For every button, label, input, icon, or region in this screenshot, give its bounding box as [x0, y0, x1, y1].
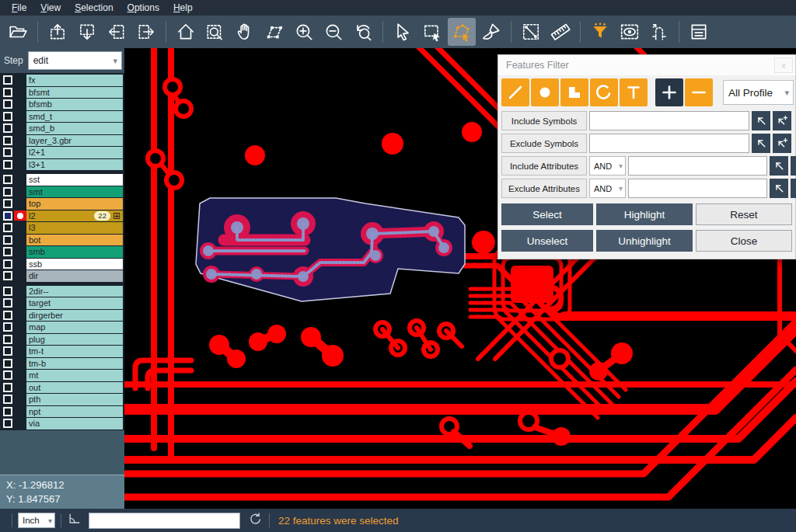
- open-file-button[interactable]: [4, 18, 32, 46]
- import-up-button[interactable]: [44, 18, 72, 46]
- close-button[interactable]: Close: [696, 230, 792, 252]
- layer-name-bar[interactable]: top: [26, 198, 123, 210]
- layer-visibility-checkbox[interactable]: [3, 383, 12, 392]
- exclude-symbols-button[interactable]: Exclude Symbols: [501, 134, 587, 153]
- include-symbols-input[interactable]: [589, 111, 749, 130]
- exclude-attributes-input[interactable]: [628, 179, 767, 198]
- layer-name-bar[interactable]: bfsmb: [26, 99, 123, 110]
- and-or-select[interactable]: AND▾: [589, 156, 626, 176]
- layer-name-bar[interactable]: npt: [26, 406, 123, 418]
- layer-visibility-checkbox[interactable]: [3, 370, 12, 380]
- clear-selection-button[interactable]: [477, 18, 505, 46]
- layer-visibility-checkbox[interactable]: [3, 271, 12, 280]
- layer-name-bar[interactable]: bfsmt: [26, 87, 123, 99]
- layer-name-bar[interactable]: out: [26, 382, 123, 394]
- pick-add-from-canvas-button[interactable]: [773, 134, 791, 153]
- layer-name-bar[interactable]: dirgerber: [26, 310, 123, 322]
- layer-visibility-checkbox[interactable]: [3, 419, 12, 428]
- reset-button[interactable]: Reset: [696, 203, 792, 225]
- layer-visibility-checkbox[interactable]: [3, 223, 12, 232]
- menu-help[interactable]: Help: [166, 0, 200, 16]
- layer-name-bar[interactable]: tm-t: [26, 346, 123, 357]
- layer-name-bar[interactable]: l3+1: [26, 159, 123, 171]
- layer-visibility-checkbox[interactable]: [3, 136, 12, 145]
- layer-visibility-checkbox[interactable]: [3, 235, 12, 245]
- layer-visibility-checkbox[interactable]: [3, 311, 12, 320]
- unhighlight-button[interactable]: Unhighlight: [596, 230, 693, 252]
- layer-visibility-checkbox[interactable]: [3, 298, 12, 308]
- layer-name-bar[interactable]: target: [26, 297, 123, 309]
- panel-list-button[interactable]: [685, 18, 713, 46]
- layer-visibility-checkbox[interactable]: [3, 287, 12, 296]
- pick-from-canvas-button[interactable]: [752, 134, 770, 153]
- layer-name-bar[interactable]: layer_3.gbr: [26, 135, 123, 147]
- layer-name-bar[interactable]: smd_b: [26, 123, 123, 134]
- pick-add-from-canvas-button[interactable]: [791, 179, 796, 198]
- zoom-previous-button[interactable]: [349, 18, 377, 46]
- step-select[interactable]: edit ▾: [28, 51, 122, 70]
- zoom-out-button[interactable]: [319, 18, 347, 46]
- menu-options[interactable]: Options: [120, 0, 166, 16]
- layer-visibility-checkbox[interactable]: [3, 148, 12, 157]
- filter-negative-toggle[interactable]: [685, 78, 713, 106]
- layer-grid-icon[interactable]: ⊞: [113, 211, 120, 221]
- menu-file[interactable]: File: [5, 0, 33, 16]
- pick-from-canvas-button[interactable]: [770, 179, 788, 198]
- angle-icon[interactable]: [67, 511, 82, 530]
- layer-visibility-checkbox[interactable]: [3, 123, 12, 133]
- pan-hand-button[interactable]: [231, 18, 259, 46]
- measure-line-button[interactable]: [517, 18, 545, 46]
- layer-name-bar[interactable]: pth: [26, 394, 123, 405]
- zoom-in-button[interactable]: [290, 18, 318, 46]
- select-pointer-button[interactable]: [389, 18, 417, 46]
- include-attributes-input[interactable]: [628, 156, 767, 176]
- unit-select[interactable]: Inch ▾: [18, 513, 55, 528]
- and-or-select[interactable]: AND▾: [589, 179, 626, 198]
- filter-positive-toggle[interactable]: [655, 78, 683, 106]
- command-input[interactable]: [89, 513, 240, 529]
- layer-visibility-checkbox[interactable]: [3, 359, 12, 368]
- step-left-button[interactable]: [103, 18, 131, 46]
- filter-text-toggle[interactable]: [620, 78, 648, 106]
- layer-name-bar[interactable]: 2dir--: [26, 286, 123, 297]
- pick-from-canvas-button[interactable]: [752, 111, 770, 130]
- filter-lines-toggle[interactable]: [501, 78, 529, 106]
- menu-selection[interactable]: Selection: [68, 0, 120, 16]
- select-polygon-button[interactable]: [448, 18, 476, 46]
- snap-button[interactable]: [645, 18, 673, 46]
- layer-name-bar[interactable]: via: [26, 418, 123, 429]
- filter-arcs-toggle[interactable]: [590, 78, 618, 106]
- filter-pads-toggle[interactable]: [531, 78, 559, 106]
- layer-name-bar[interactable]: l3: [26, 222, 123, 234]
- dialog-close-button[interactable]: x: [774, 57, 793, 73]
- layer-visibility-checkbox[interactable]: [3, 112, 12, 121]
- select-button[interactable]: Select: [501, 203, 593, 225]
- layer-name-bar[interactable]: fx: [26, 75, 123, 86]
- refresh-icon[interactable]: [248, 511, 264, 530]
- menu-view[interactable]: View: [33, 0, 68, 16]
- zoom-area-button[interactable]: [201, 18, 229, 46]
- layer-visibility-checkbox[interactable]: [3, 395, 12, 404]
- layer-visibility-checkbox[interactable]: [3, 346, 12, 356]
- layer-name-bar[interactable]: dir: [26, 270, 123, 282]
- view-profile-button[interactable]: [616, 18, 644, 46]
- pick-from-canvas-button[interactable]: [770, 156, 788, 176]
- features-filter-button[interactable]: [586, 18, 614, 46]
- select-rectangle-button[interactable]: [418, 18, 446, 46]
- layer-visibility-checkbox[interactable]: [3, 75, 12, 85]
- pick-add-from-canvas-button[interactable]: [791, 156, 796, 176]
- layer-visibility-checkbox[interactable]: [3, 211, 12, 221]
- layer-visibility-checkbox[interactable]: [3, 322, 12, 332]
- include-attributes-button[interactable]: Include Attributes: [501, 156, 587, 176]
- zoom-window-button[interactable]: [260, 18, 288, 46]
- include-symbols-button[interactable]: Include Symbols: [501, 111, 587, 130]
- layer-name-bar[interactable]: smb: [26, 246, 123, 258]
- layer-name-bar[interactable]: bot: [26, 235, 123, 246]
- layer-name-bar[interactable]: l2+1: [26, 147, 123, 158]
- home-view-button[interactable]: [172, 18, 200, 46]
- layer-name-bar[interactable]: smd_t: [26, 111, 123, 123]
- layer-name-bar[interactable]: smt: [26, 186, 123, 198]
- step-right-button[interactable]: [132, 18, 160, 46]
- layer-name-bar[interactable]: sst: [26, 174, 123, 186]
- ruler-button[interactable]: [546, 18, 574, 46]
